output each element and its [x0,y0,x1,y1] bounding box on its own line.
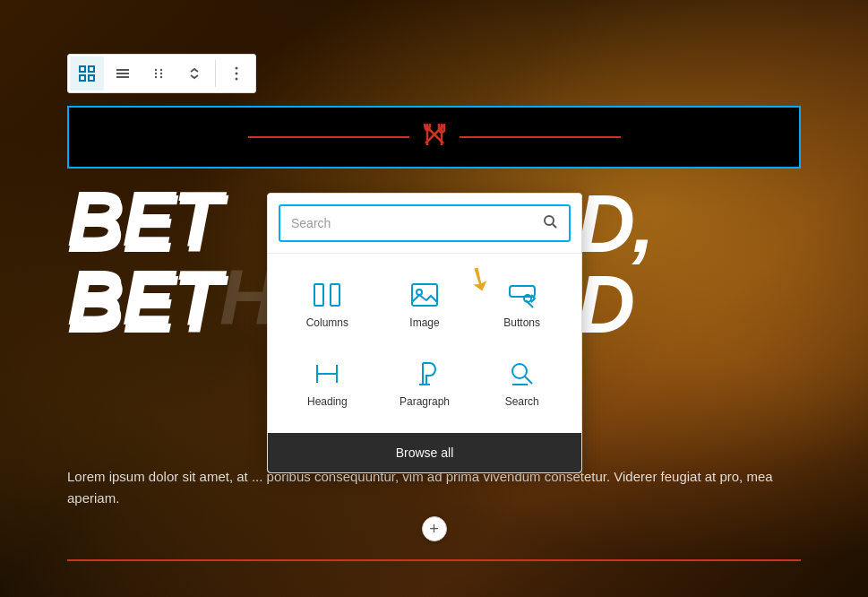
svg-rect-23 [314,284,323,306]
header-right-line [460,136,621,138]
search-row [279,204,571,242]
block-grid: Columns Image B [268,254,581,433]
search-container [268,194,581,254]
image-label: Image [409,316,439,329]
grid-view-button[interactable] [70,56,104,91]
move-handle-button[interactable] [142,56,176,91]
block-item-image[interactable]: Image [380,268,470,340]
buttons-icon [506,279,538,311]
search-submit-button[interactable] [531,206,569,240]
arrows-button[interactable] [177,56,211,91]
svg-rect-2 [80,75,85,81]
svg-point-13 [236,67,238,70]
block-item-paragraph[interactable]: Paragraph [380,347,470,419]
block-item-columns[interactable]: Columns [282,268,373,340]
browse-all-button[interactable]: Browse all [268,433,581,472]
list-view-button[interactable] [106,56,140,91]
block-toolbar [67,54,256,93]
svg-point-9 [155,73,157,74]
paragraph-label: Paragraph [400,395,450,408]
site-header-bar [67,106,801,169]
search-input[interactable] [280,209,531,238]
search-label: Search [505,395,539,408]
buttons-label: Buttons [503,316,540,329]
add-block-button[interactable]: + [422,516,447,541]
svg-rect-24 [331,284,339,306]
heading-icon [311,358,343,390]
more-options-button[interactable] [219,56,254,91]
svg-point-10 [160,73,162,74]
svg-rect-25 [412,284,437,306]
svg-point-15 [236,78,238,81]
heading-label: Heading [307,395,348,408]
svg-point-12 [160,76,162,78]
svg-point-8 [160,69,162,71]
footer-accent-line [67,559,801,561]
svg-rect-27 [510,286,535,297]
svg-line-36 [525,376,532,384]
svg-rect-0 [80,66,85,72]
svg-line-22 [553,224,556,228]
svg-point-14 [236,73,238,75]
svg-rect-3 [89,75,94,81]
block-item-heading[interactable]: Heading [282,347,373,419]
block-item-search[interactable]: Search [477,347,567,419]
svg-point-35 [512,364,527,378]
columns-label: Columns [306,316,348,329]
svg-point-21 [545,216,554,225]
image-icon [408,279,441,311]
columns-icon [311,279,343,311]
svg-point-11 [155,76,157,78]
header-left-line [248,136,409,138]
paragraph-icon [408,358,441,390]
toolbar-divider [215,60,216,87]
svg-rect-1 [89,66,94,72]
search-block-icon [506,358,538,390]
block-insert-panel: Columns Image B [267,193,582,473]
svg-point-7 [155,69,157,71]
restaurant-icon [420,120,449,155]
